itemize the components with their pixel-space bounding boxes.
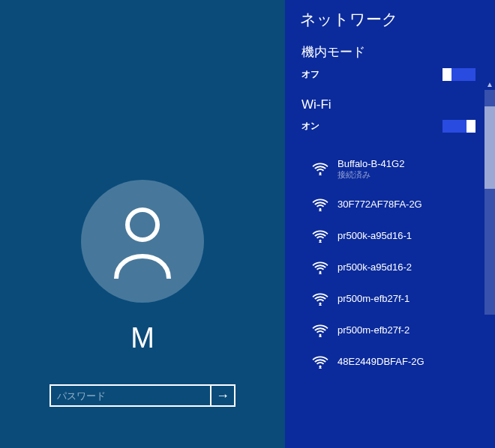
wifi-item[interactable]: pr500m-efb27f-1 <box>302 283 483 315</box>
wifi-list: Buffalo-B-41G2接続済み30F772AF78FA-2Gpr500k-… <box>302 149 483 378</box>
wifi-signal-icon <box>312 355 328 369</box>
wifi-signal-icon <box>312 198 328 211</box>
airplane-mode-toggle[interactable] <box>442 68 476 81</box>
network-scroll-area: 機内モード オフ Wi-Fi オン Buffalo-B-41G2接続済み30F7… <box>285 40 495 448</box>
scrollbar[interactable] <box>484 90 495 315</box>
toggle-knob <box>466 120 476 133</box>
svg-point-1 <box>320 172 322 175</box>
wifi-item[interactable]: pr500k-a95d16-2 <box>302 252 483 283</box>
wifi-item[interactable]: pr500k-a95d16-1 <box>302 220 483 252</box>
wifi-item[interactable]: pr500m-efb27f-2 <box>302 315 483 346</box>
password-row: → <box>50 384 236 407</box>
wifi-item-name: 48E2449DBFAF-2G <box>338 356 424 368</box>
wifi-toggle[interactable] <box>442 120 476 133</box>
wifi-item-text: pr500k-a95d16-1 <box>338 230 412 242</box>
scroll-up-arrow-icon[interactable]: ▲ <box>485 79 494 90</box>
wifi-item-name: pr500k-a95d16-1 <box>338 230 412 242</box>
svg-point-6 <box>320 334 322 336</box>
user-icon <box>109 204 176 279</box>
wifi-item[interactable]: 30F772AF78FA-2G <box>302 189 483 220</box>
wifi-item-text: pr500m-efb27f-2 <box>338 324 410 336</box>
scrollbar-thumb[interactable] <box>484 106 495 189</box>
wifi-item-name: pr500m-efb27f-2 <box>338 324 410 336</box>
svg-point-5 <box>320 303 322 305</box>
network-panel: ネットワーク 機内モード オフ Wi-Fi オン Buffalo-B-41G2接… <box>285 0 495 448</box>
panel-title: ネットワーク <box>285 0 495 40</box>
wifi-item[interactable]: 48E2449DBFAF-2G <box>302 346 483 378</box>
wifi-item-status: 接続済み <box>338 170 404 180</box>
svg-point-4 <box>320 271 322 273</box>
wifi-item-name: pr500m-efb27f-1 <box>338 293 410 305</box>
airplane-mode-row: オフ <box>302 68 483 81</box>
svg-point-3 <box>320 240 322 242</box>
svg-point-0 <box>128 210 158 240</box>
wifi-item-text: Buffalo-B-41G2接続済み <box>338 158 404 180</box>
wifi-state: オン <box>302 120 320 133</box>
airplane-mode-state: オフ <box>302 68 320 81</box>
wifi-item-name: pr500k-a95d16-2 <box>338 261 412 273</box>
svg-point-7 <box>320 366 322 368</box>
wifi-item-name: 30F772AF78FA-2G <box>338 199 422 211</box>
wifi-signal-icon <box>312 292 328 306</box>
wifi-signal-icon <box>312 261 328 274</box>
wifi-signal-icon <box>312 324 328 337</box>
username: M <box>130 322 154 354</box>
wifi-item-text: pr500k-a95d16-2 <box>338 261 412 273</box>
wifi-signal-icon <box>312 162 328 175</box>
login-panel: M → <box>0 0 285 448</box>
svg-point-2 <box>320 208 322 211</box>
wifi-item-name: Buffalo-B-41G2 <box>338 158 404 170</box>
wifi-item[interactable]: Buffalo-B-41G2接続済み <box>302 149 483 189</box>
wifi-item-text: pr500m-efb27f-1 <box>338 293 410 305</box>
wifi-item-text: 30F772AF78FA-2G <box>338 199 422 211</box>
wifi-row: オン <box>302 120 483 133</box>
wifi-signal-icon <box>312 229 328 243</box>
toggle-knob <box>442 68 452 81</box>
password-input[interactable] <box>50 384 212 407</box>
arrow-right-icon: → <box>216 388 230 404</box>
submit-button[interactable]: → <box>212 384 236 407</box>
avatar <box>81 180 204 303</box>
wifi-heading: Wi-Fi <box>302 97 483 112</box>
wifi-item-text: 48E2449DBFAF-2G <box>338 356 424 368</box>
airplane-mode-heading: 機内モード <box>302 43 483 61</box>
